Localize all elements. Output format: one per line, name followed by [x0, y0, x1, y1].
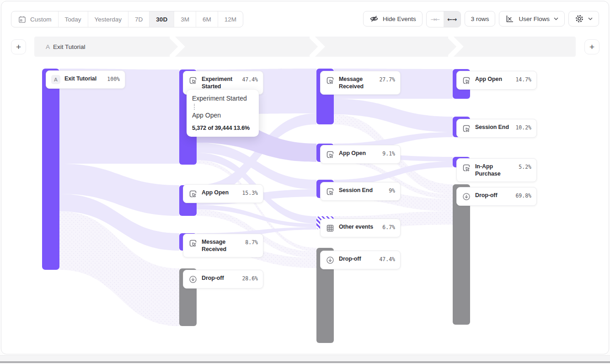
node-percent: 15.3% — [242, 190, 258, 196]
calendar-icon — [18, 15, 27, 24]
date-range-label: Custom — [30, 16, 52, 23]
node-percent: 5.2% — [519, 164, 531, 170]
chevron-down-icon — [554, 17, 558, 20]
collapse-expand-toggle: →← ←→ — [426, 11, 461, 27]
node-percent: 28.6% — [242, 275, 258, 282]
event-cursor-icon — [188, 189, 198, 198]
date-range-label: 3M — [181, 16, 189, 23]
date-range-label: Yesterday — [95, 16, 122, 23]
add-step-button-right[interactable]: + — [584, 39, 599, 54]
flow-tooltip: Experiment Started App Open 5,372 of 39,… — [187, 90, 259, 137]
chart-type-dropdown[interactable]: User Flows — [499, 11, 565, 27]
grid-icon — [326, 224, 335, 233]
tooltip-to-event: App Open — [192, 111, 253, 119]
step-bar[interactable]: A Exit Tutorial — [34, 37, 576, 57]
node-card-session-end[interactable]: Session End9% — [320, 182, 401, 201]
date-range-7d[interactable]: 7D — [128, 11, 149, 27]
node-label: Exit Tutorial — [64, 75, 103, 82]
settings-dropdown[interactable] — [568, 11, 599, 27]
date-range-6m[interactable]: 6M — [196, 11, 218, 27]
node-card-drop-off[interactable]: Drop-off47.4% — [320, 251, 401, 269]
node-card-other-events[interactable]: Other events6.7% — [320, 219, 401, 237]
node-label: App Open — [475, 75, 511, 83]
node-percent: 8.7% — [245, 239, 258, 246]
date-range-label: 30D — [156, 16, 167, 23]
node-card-drop-off[interactable]: Drop-off69.8% — [456, 187, 537, 206]
node-label: Other events — [339, 223, 378, 230]
step-chevron — [310, 37, 326, 57]
step-letter-badge: A — [51, 75, 60, 84]
tooltip-detail: 5,372 of 39,444 13.6% — [192, 124, 253, 131]
drop-off-icon — [188, 275, 198, 284]
date-range-30d[interactable]: 30D — [149, 11, 174, 27]
node-label: App Open — [339, 150, 378, 157]
flow-ribbon — [334, 99, 453, 132]
date-range-group: CustomTodayYesterday7D30D3M6M12M — [11, 11, 243, 27]
node-label: Drop-off — [339, 255, 375, 262]
tooltip-from-event: Experiment Started — [192, 94, 253, 102]
node-label: Drop-off — [475, 192, 511, 199]
user-flows-app: CustomTodayYesterday7D30D3M6M12M Hide Ev… — [0, 0, 610, 364]
node-percent: 14.7% — [515, 76, 531, 83]
date-range-12m[interactable]: 12M — [218, 11, 243, 27]
step-chevron — [170, 37, 186, 57]
node-card-app-open[interactable]: App Open9.1% — [320, 145, 401, 164]
event-cursor-icon — [462, 124, 471, 133]
node-percent: 9% — [389, 187, 395, 194]
node-card-app-open[interactable]: App Open15.3% — [183, 184, 263, 203]
node-percent: 9.1% — [382, 150, 395, 157]
node-percent: 10.2% — [515, 124, 531, 131]
node-percent: 47.4% — [379, 256, 395, 262]
node-card-message-received[interactable]: Message Received8.7% — [183, 234, 263, 257]
date-range-today[interactable]: Today — [58, 11, 88, 27]
node-label: Drop-off — [202, 274, 238, 282]
node-percent: 27.7% — [379, 76, 395, 83]
step-event-name: Exit Tutorial — [53, 43, 86, 50]
toolbar: CustomTodayYesterday7D30D3M6M12M Hide Ev… — [11, 11, 599, 27]
node-card-session-end[interactable]: Session End10.2% — [456, 119, 537, 138]
date-range-label: Today — [65, 16, 81, 23]
node-card-app-open[interactable]: App Open14.7% — [456, 71, 537, 90]
node-label: Experiment Started — [202, 75, 238, 90]
date-range-3m[interactable]: 3M — [174, 11, 196, 27]
step-chevron — [448, 37, 465, 57]
node-card-in-app-purchase[interactable]: In-App Purchase5.2% — [456, 158, 537, 182]
node-label: In-App Purchase — [475, 163, 514, 177]
chart-type-label: User Flows — [519, 16, 550, 22]
node-label: Message Received — [202, 238, 241, 253]
rows-label: 3 rows — [471, 16, 489, 22]
step-label: A Exit Tutorial — [46, 37, 86, 57]
sankey-node-bar[interactable] — [42, 69, 59, 270]
node-percent: 100% — [107, 76, 120, 82]
toolbar-right: Hide Events →← ←→ 3 rows User Flows — [363, 11, 599, 27]
gear-icon — [575, 14, 584, 23]
event-cursor-icon — [462, 163, 471, 172]
add-step-button-left[interactable]: + — [11, 39, 26, 54]
user-flows-icon — [505, 14, 514, 23]
node-card-exit-tutorial[interactable]: AExit Tutorial100% — [46, 70, 125, 89]
tooltip-connector — [194, 104, 195, 110]
node-label: Session End — [339, 187, 385, 194]
event-cursor-icon — [188, 239, 198, 248]
node-percent: 69.8% — [515, 193, 531, 199]
date-range-custom[interactable]: Custom — [11, 11, 58, 27]
event-cursor-icon — [188, 76, 198, 85]
hide-events-button[interactable]: Hide Events — [363, 11, 423, 27]
event-cursor-icon — [326, 150, 335, 159]
collapse-columns-button[interactable]: →← — [427, 11, 444, 27]
expand-columns-button[interactable]: ←→ — [444, 11, 460, 27]
node-label: App Open — [202, 189, 238, 196]
chevron-down-icon — [588, 17, 593, 20]
event-cursor-icon — [326, 187, 335, 196]
hide-events-label: Hide Events — [383, 16, 416, 22]
node-card-drop-off[interactable]: Drop-off28.6% — [183, 270, 263, 289]
step-letter-badge: A — [46, 43, 50, 50]
event-cursor-icon — [326, 76, 335, 85]
drop-off-icon — [462, 192, 471, 201]
node-percent: 47.4% — [242, 76, 258, 83]
node-label: Message Received — [339, 75, 375, 90]
rows-button[interactable]: 3 rows — [465, 11, 496, 27]
drop-off-icon — [326, 256, 335, 265]
date-range-yesterday[interactable]: Yesterday — [88, 11, 128, 27]
node-card-message-received[interactable]: Message Received27.7% — [320, 71, 401, 95]
